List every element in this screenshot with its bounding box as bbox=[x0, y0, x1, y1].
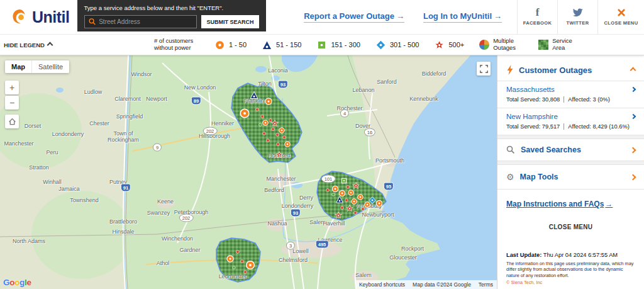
fullscreen-button[interactable] bbox=[477, 62, 491, 76]
outage-marker-500plus[interactable] bbox=[335, 212, 342, 219]
outage-marker-1-50[interactable] bbox=[265, 98, 272, 105]
terms-link[interactable]: Terms bbox=[479, 281, 493, 288]
sidebar-close-menu-button[interactable]: CLOSE MENU bbox=[497, 214, 644, 240]
chevron-right-icon bbox=[630, 174, 636, 180]
keyboard-shortcuts-link[interactable]: Keyboard shortcuts bbox=[359, 281, 405, 288]
unitil-outage-map-app: Unitil Type a service address below and … bbox=[0, 0, 644, 289]
submit-search-button[interactable]: SUBMIT SEARCH bbox=[201, 15, 258, 28]
outage-marker-1-50[interactable] bbox=[364, 201, 370, 208]
outage-dot[interactable] bbox=[243, 270, 247, 274]
outage-marker-51-150[interactable] bbox=[336, 196, 343, 203]
gear-icon bbox=[506, 171, 514, 183]
map-type-satellite-button[interactable]: Satellite bbox=[31, 60, 69, 73]
zoom-out-button[interactable]: − bbox=[5, 96, 19, 110]
search-icon bbox=[89, 18, 96, 26]
home-button[interactable] bbox=[5, 115, 19, 128]
search-instruction: Type a service address below and then hi… bbox=[84, 4, 259, 11]
zoom-in-button[interactable]: + bbox=[5, 81, 19, 94]
outage-marker-1-50[interactable] bbox=[332, 186, 339, 193]
map-tools-label: Map Tools bbox=[520, 173, 625, 181]
map-attribution: Keyboard shortcuts Map data ©2024 Google… bbox=[355, 280, 497, 289]
twitter-button[interactable]: TWITTER bbox=[557, 0, 597, 34]
saved-searches-row[interactable]: Saved Searches bbox=[497, 139, 644, 161]
disclaimer-text: The information on this page uses prelim… bbox=[506, 261, 635, 278]
outage-marker-1-50[interactable] bbox=[240, 108, 250, 118]
outage-marker-1-50[interactable] bbox=[376, 200, 383, 207]
outage-marker-500plus[interactable] bbox=[275, 151, 283, 159]
red-star-marker-icon bbox=[434, 40, 445, 50]
twitter-label: TWITTER bbox=[566, 20, 589, 26]
outage-dot-green[interactable] bbox=[258, 123, 262, 127]
outage-marker-1-50[interactable] bbox=[351, 198, 357, 205]
header: Unitil Type a service address below and … bbox=[0, 0, 644, 35]
fullscreen-icon bbox=[480, 65, 488, 73]
legend-item-1-50: 1 - 50 bbox=[214, 40, 247, 50]
facebook-label: FACEBOOK bbox=[523, 20, 552, 26]
social-bar: f FACEBOOK TWITTER CLOSE MENU bbox=[517, 0, 644, 34]
region-new-hampshire: New Hampshire Total Served: 79,517Affect… bbox=[497, 108, 644, 135]
outage-dot[interactable] bbox=[326, 188, 330, 192]
outage-dot[interactable] bbox=[255, 108, 259, 111]
region-new-hampshire-link[interactable]: New Hampshire bbox=[506, 113, 635, 120]
customer-outages-header[interactable]: Customer Outages bbox=[497, 59, 644, 81]
outage-dot[interactable] bbox=[262, 132, 266, 135]
map-canvas[interactable]: WindsorLaconiaNew LondonTiltonSanfordBid… bbox=[0, 55, 497, 289]
outage-dot[interactable] bbox=[240, 259, 244, 263]
outage-marker-1-50[interactable] bbox=[357, 194, 364, 200]
address-search-panel: Type a service address below and then hi… bbox=[77, 0, 266, 31]
outage-marker-1-50[interactable] bbox=[284, 141, 291, 147]
multiple-outages-icon bbox=[479, 40, 489, 50]
search-input-wrap bbox=[84, 15, 197, 28]
outage-marker-500plus[interactable] bbox=[352, 182, 360, 190]
outage-dot[interactable] bbox=[282, 135, 286, 139]
region-massachusetts-link[interactable]: Massachusetts bbox=[506, 86, 635, 93]
outage-dot[interactable] bbox=[236, 250, 240, 254]
outage-dot[interactable] bbox=[276, 142, 280, 146]
outage-dot[interactable] bbox=[346, 185, 350, 189]
outage-marker-1-50[interactable] bbox=[246, 261, 255, 270]
map-type-map-button[interactable]: Map bbox=[5, 60, 31, 73]
outage-marker-1-50[interactable] bbox=[226, 255, 234, 263]
outage-marker-1-50[interactable] bbox=[348, 190, 354, 196]
outage-marker-1-50[interactable] bbox=[262, 120, 269, 126]
chevron-right-icon bbox=[631, 87, 636, 92]
outage-dot-green[interactable] bbox=[331, 193, 335, 196]
chevron-up-icon bbox=[630, 67, 636, 73]
outage-dot[interactable] bbox=[266, 139, 270, 142]
map-data-attribution: Map data ©2024 Google bbox=[413, 281, 471, 288]
outage-dot-green[interactable] bbox=[232, 266, 236, 269]
facebook-button[interactable]: f FACEBOOK bbox=[517, 0, 557, 34]
region-new-hampshire-stats: Total Served: 79,517Affected: 8,429 (10.… bbox=[506, 123, 635, 130]
outage-marker-500plus[interactable] bbox=[271, 120, 279, 127]
outage-marker-51-150[interactable] bbox=[250, 91, 258, 99]
map-tools-row[interactable]: Map Tools bbox=[497, 165, 644, 189]
facebook-icon: f bbox=[536, 8, 540, 17]
copyright-text: © Siena Tech, Inc bbox=[506, 280, 635, 285]
street-address-input[interactable] bbox=[99, 18, 192, 25]
chevron-right-icon bbox=[630, 147, 636, 153]
green-square-marker-icon bbox=[316, 40, 327, 50]
outage-dot[interactable] bbox=[340, 206, 344, 210]
outage-dot[interactable] bbox=[353, 211, 357, 215]
legend-item-51-150: 51 - 150 bbox=[262, 40, 301, 50]
login-link[interactable]: Log In to MyUnitil bbox=[423, 11, 502, 23]
outage-dot[interactable] bbox=[345, 198, 348, 202]
outage-marker-1-50[interactable] bbox=[279, 127, 285, 133]
twitter-icon bbox=[572, 8, 583, 17]
service-area-icon bbox=[538, 40, 548, 50]
legend-item-service-area: Service Area bbox=[538, 38, 582, 52]
outage-dot[interactable] bbox=[361, 207, 365, 211]
outage-marker-500plus[interactable] bbox=[346, 205, 353, 212]
header-close-menu-button[interactable]: CLOSE MENU bbox=[597, 0, 644, 34]
map-instructions-faq-link[interactable]: Map Instructions and FAQs bbox=[506, 200, 613, 208]
legend-heading: # of customers without power bbox=[154, 38, 204, 52]
hide-legend-label: HIDE LEGEND bbox=[4, 42, 45, 48]
outage-dot[interactable] bbox=[260, 115, 264, 118]
google-logo: Google bbox=[3, 278, 31, 287]
unitil-logo[interactable]: Unitil bbox=[10, 8, 70, 26]
outage-marker-151-300[interactable] bbox=[341, 178, 347, 184]
outage-dot[interactable] bbox=[271, 127, 275, 131]
hide-legend-toggle[interactable]: HIDE LEGEND bbox=[4, 42, 52, 48]
blue-triangle-marker-icon bbox=[262, 40, 272, 50]
report-outage-link[interactable]: Report a Power Outage bbox=[304, 11, 404, 23]
